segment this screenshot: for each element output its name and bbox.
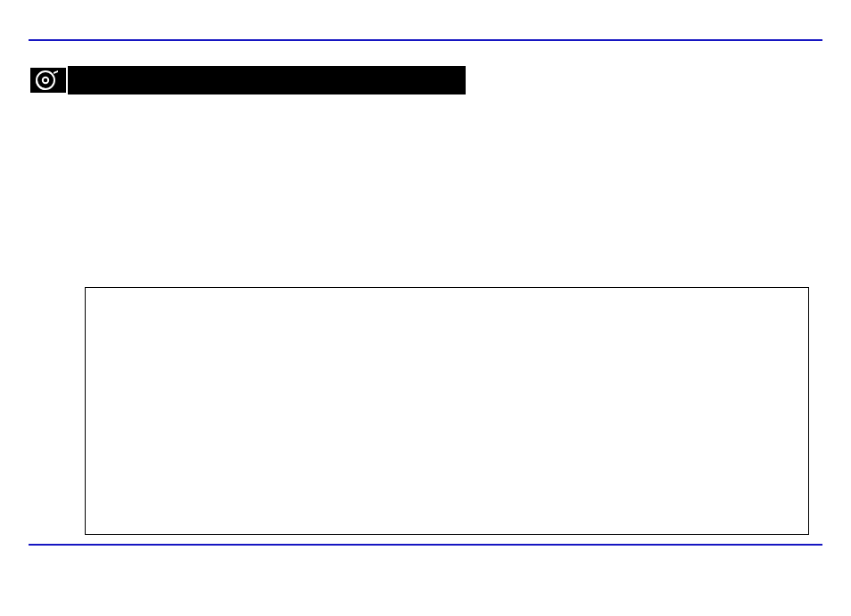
content-box xyxy=(85,287,809,535)
section-header-bar xyxy=(29,66,466,94)
bottom-rule xyxy=(29,544,822,546)
document-page xyxy=(0,0,851,616)
disc-icon xyxy=(29,66,68,94)
top-rule xyxy=(29,39,822,41)
svg-point-1 xyxy=(43,78,48,83)
